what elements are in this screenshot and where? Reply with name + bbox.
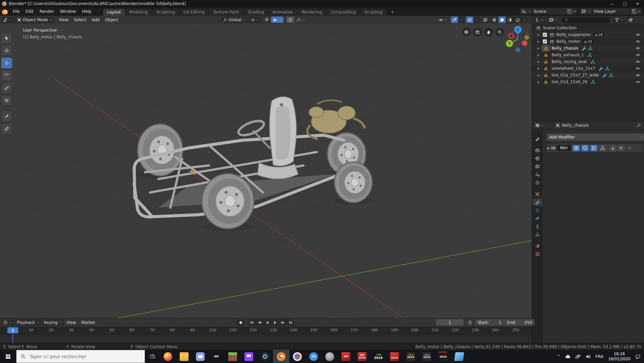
taskbar-app-minecraft[interactable] [225,350,241,363]
3d-viewport[interactable]: User Perspective (1) Belly_motor | Belly… [0,24,532,318]
outliner-row[interactable]: ▶Belly_suspension24 [532,31,644,38]
timeline-menu-marker[interactable]: Marker [79,319,98,326]
outliner-row[interactable]: ▶Belly_chassis [532,45,644,52]
workspace-tab-uv-editing[interactable]: UV Editing [179,9,209,16]
timeline-menu-playback[interactable]: Playback [15,319,41,326]
tray-expand-icon[interactable]: ⌃ [557,354,560,359]
workspace-tab-shading[interactable]: Shading [243,9,268,16]
menu-file[interactable]: File [10,8,23,16]
taskbar-app-steam[interactable] [257,350,273,363]
outliner-row[interactable]: ▶steelwheel_15a_15x7 [532,65,644,72]
proportional-falloff-dropdown[interactable] [295,17,307,23]
modifier-move-down-button[interactable]: ▼ [618,145,624,151]
perspective-toggle-button[interactable] [462,28,471,36]
add-modifier-dropdown[interactable]: Add Modifier [546,133,644,141]
taskbar-app-sw-visualize[interactable]: 2019 [403,350,419,363]
expand-modifier-icon[interactable]: ▶ [548,147,550,150]
timeline-tracks[interactable] [0,335,532,343]
properties-tab-world[interactable] [533,179,542,186]
tool-move-button[interactable] [1,58,12,68]
workspace-tab-texture-paint[interactable]: Texture Paint [209,9,243,16]
taskbar-app-firefox[interactable] [160,350,176,363]
taskbar-app-explorer[interactable] [176,350,192,363]
tool-transform-button[interactable] [1,95,12,106]
hide-in-viewport-toggle[interactable] [636,59,640,64]
transform-orientation-dropdown[interactable]: Global [221,17,247,23]
proportional-editing-toggle[interactable] [286,17,294,23]
taskbar-app-capture[interactable] [289,350,305,363]
axis-neg-y-dot[interactable] [524,35,529,40]
add-workspace-button[interactable]: + [387,9,398,16]
shading-wireframe-button[interactable] [491,17,498,23]
properties-tab-object[interactable] [533,190,542,198]
properties-tab-particles[interactable] [533,207,542,214]
properties-tab-physics[interactable] [533,215,542,222]
menu-help[interactable]: Help [79,8,94,16]
properties-tab-texture[interactable] [533,250,542,258]
tool-measure-button[interactable] [1,123,12,134]
expand-arrow-icon[interactable]: ▶ [537,74,540,77]
hide-in-viewport-toggle[interactable] [636,39,640,44]
hide-in-viewport-toggle[interactable] [636,66,640,71]
show-gizmo-toggle[interactable] [451,17,459,23]
start-button[interactable] [0,350,16,363]
hide-in-viewport-toggle[interactable] [636,80,640,84]
snap-toggle[interactable] [263,17,271,23]
expand-arrow-icon[interactable]: ▶ [537,33,540,36]
properties-editor-type-button[interactable] [533,122,546,129]
expand-arrow-icon[interactable]: ▶ [537,81,540,84]
taskbar-app-composer[interactable]: 2019 [435,350,451,363]
axis-neg-x-dot[interactable] [522,40,527,46]
expand-arrow-icon[interactable]: ▶ [537,60,540,63]
maximize-button[interactable]: □ [618,0,631,7]
new-scene-icon[interactable] [567,8,572,14]
wheel[interactable] [334,162,373,204]
editor-type-button[interactable] [1,17,14,23]
workspace-tab-compositing[interactable]: Compositing [326,9,360,16]
jump-to-end-button[interactable] [287,319,294,326]
outliner-filter-dropdown[interactable] [613,17,625,23]
collection-checkbox[interactable] [543,33,547,37]
pan-view-button[interactable] [484,28,493,36]
taskbar-app-gimp[interactable] [322,350,338,363]
timeline-menu-view[interactable]: View [64,319,79,326]
shading-material-button[interactable] [506,17,514,23]
new-collection-button[interactable] [627,17,635,23]
taskbar-search[interactable] [16,350,145,363]
task-view-button[interactable] [145,350,160,363]
properties-tab-output[interactable] [533,155,542,162]
outliner-row[interactable]: ▶Belly_racing_seat [532,58,644,65]
expand-arrow-icon[interactable]: ▶ [537,54,540,57]
pivot-point-dropdown[interactable] [249,17,261,23]
stopwatch-icon[interactable] [468,320,472,325]
expand-arrow-icon[interactable]: ▶ [537,40,540,43]
current-frame-indicator[interactable]: 1 [7,327,18,333]
timeline-menu-keying[interactable]: Keying [42,319,64,326]
taskbar-app-edrawings[interactable]: +le2019 [370,350,386,363]
tool-select-box-button[interactable] [1,33,12,43]
tool-cursor-button[interactable] [1,45,12,56]
scene-selector[interactable]: Scene ✕ [519,8,577,15]
network-icon[interactable] [575,354,581,359]
language-indicator[interactable]: FRA [595,354,604,359]
properties-tab-object-data[interactable] [533,231,542,238]
onedrive-icon[interactable] [565,354,570,359]
next-keyframe-button[interactable] [279,319,287,326]
camera-view-button[interactable] [473,28,482,36]
shading-dropdown[interactable] [522,17,528,23]
current-frame-field[interactable]: 1 [436,319,464,326]
expand-arrow-icon[interactable]: ▶ [537,47,540,50]
modifier-realtime-toggle[interactable] [581,145,589,151]
workspace-tab-layout[interactable]: Layout [103,9,125,16]
region-collapse-icon[interactable]: ‹ [526,30,528,35]
properties-tab-scene[interactable] [533,171,542,178]
properties-tab-tool[interactable] [533,135,542,143]
workspace-tab-rendering[interactable]: Rendering [297,9,326,16]
view-layer-selector[interactable]: View Layer ✕ [579,8,642,15]
viewport-menu-select[interactable]: Select [71,17,89,23]
record-button[interactable] [237,319,245,326]
timeline-ruler[interactable]: 1 10203040506070809010011012013014015016… [0,327,532,335]
workspace-tab-scripting[interactable]: Scripting [360,9,386,16]
hide-in-viewport-toggle[interactable] [636,46,640,51]
gizmo-dropdown[interactable] [459,17,465,23]
